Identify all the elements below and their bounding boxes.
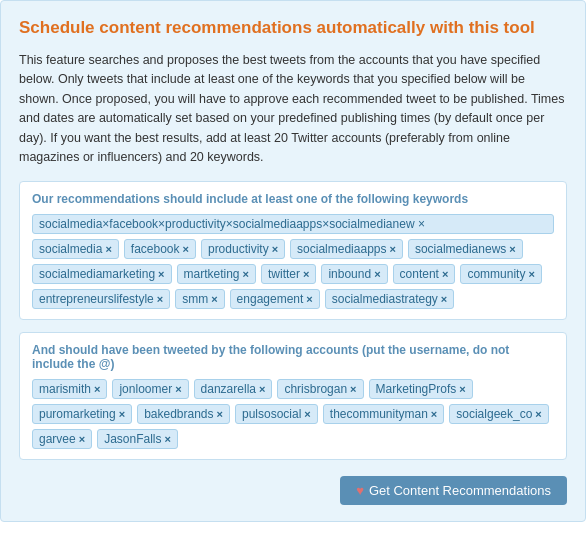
main-container: Schedule content recommendations automat…: [0, 0, 586, 522]
remove-keyword-icon[interactable]: ×: [528, 268, 534, 280]
remove-account-icon[interactable]: ×: [119, 408, 125, 420]
remove-keyword-icon[interactable]: ×: [157, 293, 163, 305]
keyword-tag: smm×: [175, 289, 224, 309]
keyword-tag: socialmediastrategy×: [325, 289, 455, 309]
remove-keyword-icon[interactable]: ×: [183, 243, 189, 255]
account-tag: puromarketing×: [32, 404, 132, 424]
remove-account-icon[interactable]: ×: [431, 408, 437, 420]
keyword-tag: engagement×: [230, 289, 320, 309]
page-title: Schedule content recommendations automat…: [19, 17, 567, 39]
account-tag: thecommunityman×: [323, 404, 444, 424]
account-tag: danzarella×: [194, 379, 273, 399]
remove-account-icon[interactable]: ×: [459, 383, 465, 395]
keyword-tag: socialmediamarketing×: [32, 264, 172, 284]
keyword-tag: productivity×: [201, 239, 285, 259]
accounts-section: And should have been tweeted by the foll…: [19, 332, 567, 460]
account-tag: chrisbrogan×: [277, 379, 363, 399]
remove-keyword-icon[interactable]: ×: [306, 293, 312, 305]
account-tag: jonloomer×: [112, 379, 188, 399]
keyword-tag: content×: [393, 264, 456, 284]
account-tag: marismith×: [32, 379, 107, 399]
keyword-tag: socialmediaapps×: [290, 239, 403, 259]
remove-account-icon[interactable]: ×: [94, 383, 100, 395]
button-row: ♥ Get Content Recommendations: [19, 472, 567, 505]
remove-keyword-icon[interactable]: ×: [105, 243, 111, 255]
keywords-section: Our recommendations should include at le…: [19, 181, 567, 320]
remove-keyword-icon[interactable]: ×: [243, 268, 249, 280]
remove-keyword-icon[interactable]: ×: [389, 243, 395, 255]
keyword-tag: inbound×: [321, 264, 387, 284]
button-label: Get Content Recommendations: [369, 483, 551, 498]
remove-account-icon[interactable]: ×: [79, 433, 85, 445]
account-tag: MarketingProfs×: [369, 379, 473, 399]
remove-keyword-icon[interactable]: ×: [509, 243, 515, 255]
accounts-tags: marismith×jonloomer×danzarella×chrisbrog…: [32, 379, 554, 449]
account-tag: JasonFalls×: [97, 429, 178, 449]
get-recommendations-button[interactable]: ♥ Get Content Recommendations: [340, 476, 567, 505]
remove-keyword-icon[interactable]: ×: [158, 268, 164, 280]
keyword-tag: socialmedia×: [32, 239, 119, 259]
account-tag: garvee×: [32, 429, 92, 449]
remove-keyword-icon[interactable]: ×: [442, 268, 448, 280]
remove-keyword-icon[interactable]: ×: [374, 268, 380, 280]
remove-account-icon[interactable]: ×: [350, 383, 356, 395]
account-tag: socialgeek_co×: [449, 404, 549, 424]
remove-account-icon[interactable]: ×: [259, 383, 265, 395]
account-tag: bakedbrands×: [137, 404, 230, 424]
remove-keyword-icon[interactable]: ×: [303, 268, 309, 280]
combined-tag: socialmedia×facebook×productivity×social…: [32, 214, 554, 234]
top-tag-row: socialmedia×facebook×productivity×social…: [32, 214, 554, 234]
heart-icon: ♥: [356, 483, 364, 498]
account-tag: pulsosocial×: [235, 404, 318, 424]
keyword-tag: community×: [460, 264, 541, 284]
remove-account-icon[interactable]: ×: [535, 408, 541, 420]
remove-account-icon[interactable]: ×: [217, 408, 223, 420]
keywords-label: Our recommendations should include at le…: [32, 192, 554, 206]
keyword-tag: twitter×: [261, 264, 316, 284]
remove-keyword-icon[interactable]: ×: [441, 293, 447, 305]
keywords-tags: socialmedia×facebook×productivity×social…: [32, 239, 554, 309]
keyword-tag: martketing×: [177, 264, 256, 284]
remove-account-icon[interactable]: ×: [165, 433, 171, 445]
remove-account-icon[interactable]: ×: [304, 408, 310, 420]
keyword-tag: facebook×: [124, 239, 196, 259]
remove-keyword-icon[interactable]: ×: [272, 243, 278, 255]
remove-keyword-icon[interactable]: ×: [211, 293, 217, 305]
description-text: This feature searches and proposes the b…: [19, 51, 567, 167]
keyword-tag: socialmedianews×: [408, 239, 523, 259]
remove-account-icon[interactable]: ×: [175, 383, 181, 395]
accounts-label: And should have been tweeted by the foll…: [32, 343, 554, 371]
keyword-tag: entrepreneurslifestyle×: [32, 289, 170, 309]
